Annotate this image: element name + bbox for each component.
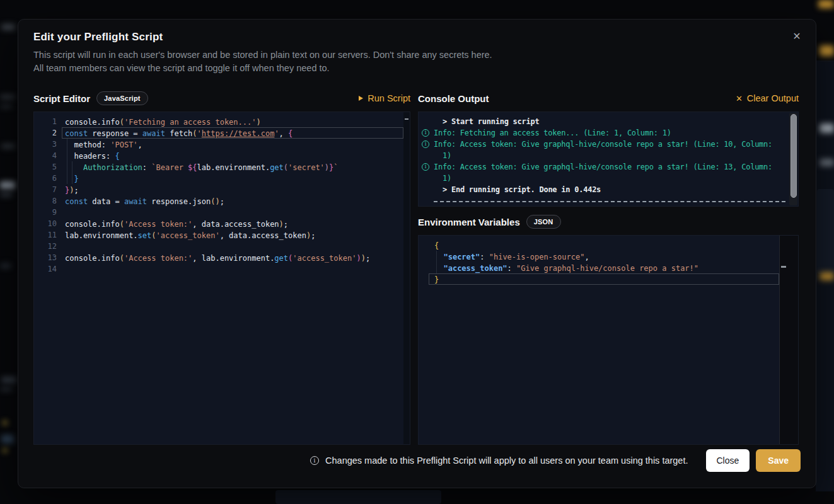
background-blur (0, 263, 11, 268)
info-icon (422, 140, 429, 148)
console-scrollbar[interactable] (789, 113, 797, 205)
modal-footer: Changes made to this Preflight Script wi… (33, 449, 801, 472)
code-line[interactable]: method: 'POST', (62, 139, 403, 150)
background-blur (818, 0, 834, 8)
code-line[interactable]: const data = await response.json(); (62, 195, 403, 207)
play-icon (359, 96, 363, 101)
console-scrollbar-thumb[interactable] (791, 114, 797, 198)
clear-output-button[interactable]: ✕ Clear Output (736, 93, 799, 103)
line-number: 12 (34, 241, 57, 252)
code-line[interactable]: const response = await fetch('https://te… (62, 127, 403, 139)
code-line[interactable]: { (429, 239, 779, 251)
background-blur (0, 193, 13, 197)
environment-variables-editor[interactable]: { "secret": "hive-is-open-source", "acce… (418, 235, 799, 445)
run-script-label: Run Script (368, 93, 410, 103)
background-blur (820, 159, 834, 166)
line-number: 13 (34, 252, 57, 263)
indent-guide (67, 139, 67, 184)
console-divider (419, 195, 798, 207)
page-title: Edit your Preflight Script (33, 31, 163, 43)
console-line: > End running script. Done in 0.442s (419, 184, 798, 195)
background-blur (820, 45, 834, 56)
indent-guide (72, 161, 72, 184)
run-script-button[interactable]: Run Script (359, 93, 410, 103)
background-blur (820, 272, 834, 280)
code-line[interactable]: Authorization: `Bearer ${lab.environment… (62, 161, 403, 173)
background-blur (3, 449, 8, 452)
background-blur (275, 490, 441, 504)
info-icon (422, 163, 429, 171)
screen: ✕ Edit your Preflight Script This script… (0, 0, 834, 504)
background-blur (820, 123, 834, 133)
background-blur (0, 105, 13, 108)
script-editor-header: Script Editor JavaScript Run Script (33, 90, 410, 106)
background-blur (1, 435, 14, 444)
cursor-mark (781, 266, 786, 268)
modal-description: This script will run in each user's brow… (33, 49, 492, 75)
footer-note: Changes made to this Preflight Script wi… (310, 455, 688, 466)
code-line[interactable]: "access_token": "Give graphql-hive/conso… (429, 262, 779, 273)
description-line-1: This script will run in each user's brow… (33, 49, 492, 62)
close-button[interactable]: Close (706, 449, 750, 472)
javascript-badge: JavaScript (96, 91, 148, 105)
clear-icon: ✕ (736, 94, 743, 103)
line-number: 7 (34, 184, 57, 195)
indent-guide (436, 251, 437, 273)
code-line[interactable]: console.info('Access token:', lab.enviro… (62, 252, 403, 263)
line-number: 2 (34, 127, 57, 139)
line-number: 3 (34, 139, 57, 150)
info-icon (422, 129, 429, 137)
code-line[interactable]: } (429, 273, 779, 285)
code-line[interactable]: headers: { (62, 150, 403, 161)
close-icon[interactable]: ✕ (788, 27, 806, 45)
line-number-gutter: 1234567891011121314 (34, 116, 62, 444)
preflight-script-modal: ✕ Edit your Preflight Script This script… (18, 19, 816, 488)
script-editor[interactable]: 1234567891011121314 console.info('Fetchi… (33, 112, 410, 445)
line-number: 14 (34, 263, 57, 275)
background-blur (0, 181, 15, 189)
code-line[interactable]: console.info('Access token:', data.acces… (62, 218, 403, 229)
line-number: 1 (34, 116, 57, 127)
code-line[interactable]: console.info('Fetching an access token..… (62, 116, 403, 127)
console-line: Info: Access token: Give graphql-hive/co… (419, 139, 798, 150)
line-number: 6 (34, 173, 57, 184)
script-editor-title: Script Editor (33, 93, 90, 104)
console-output-title: Console Output (418, 93, 489, 104)
line-number: 10 (34, 218, 57, 229)
console-output-header: Console Output ✕ Clear Output (418, 90, 799, 106)
line-number: 11 (34, 229, 57, 241)
env-code-area[interactable]: { "secret": "hive-is-open-source", "acce… (429, 239, 779, 285)
info-icon (310, 456, 319, 465)
console-output[interactable]: > Start running scriptInfo: Fetching an … (418, 112, 799, 207)
overview-ruler (779, 236, 798, 444)
background-blur (817, 189, 834, 274)
line-number: 8 (34, 195, 57, 207)
console-line: 1) (419, 150, 798, 161)
script-code-area[interactable]: console.info('Fetching an access token..… (62, 116, 403, 444)
environment-variables-header: Environment Variables JSON (418, 214, 799, 230)
code-line[interactable]: }); (62, 184, 403, 195)
console-line: > Start running script (419, 116, 798, 127)
footer-note-text: Changes made to this Preflight Script wi… (325, 455, 688, 466)
environment-variables-title: Environment Variables (418, 217, 520, 227)
console-entries: > Start running scriptInfo: Fetching an … (419, 112, 798, 206)
code-line[interactable]: lab.environment.set('access_token', data… (62, 229, 403, 241)
background-blur (1, 24, 15, 30)
console-line: Info: Fetching an access token... (Line:… (419, 127, 798, 139)
description-line-2: All team members can view the script and… (33, 62, 492, 75)
console-line: 1) (419, 173, 798, 184)
background-blur (3, 421, 8, 425)
code-line[interactable] (62, 241, 403, 252)
save-button[interactable]: Save (756, 449, 801, 472)
line-number: 9 (34, 207, 57, 218)
code-line[interactable]: "secret": "hive-is-open-source", (429, 251, 779, 262)
json-badge: JSON (526, 215, 561, 229)
overview-ruler (403, 112, 410, 444)
background-blur (0, 387, 13, 391)
code-line[interactable] (62, 263, 403, 275)
code-line[interactable]: } (62, 173, 403, 184)
code-line[interactable] (62, 207, 403, 218)
line-number: 5 (34, 161, 57, 173)
clear-output-label: Clear Output (747, 93, 799, 103)
background-blur (1, 377, 16, 383)
